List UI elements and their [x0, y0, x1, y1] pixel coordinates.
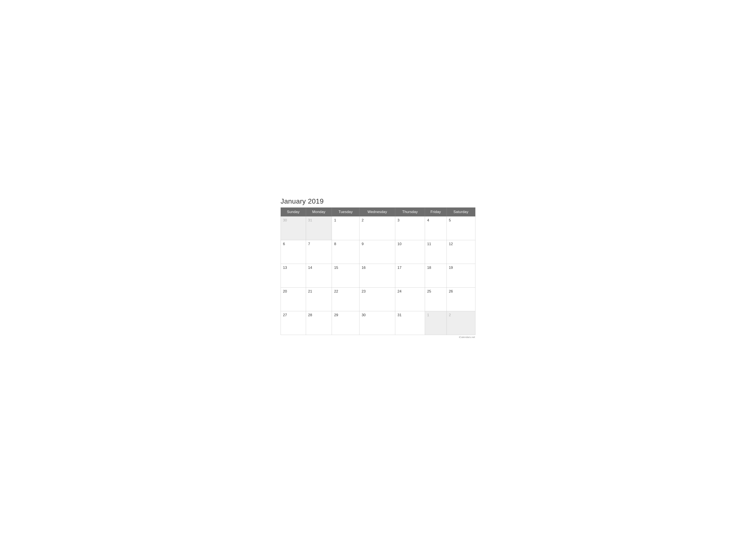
calendar-day[interactable]: 22: [332, 288, 360, 311]
calendar-day[interactable]: 20: [281, 288, 306, 311]
calendar-day[interactable]: 14: [306, 264, 332, 288]
day-number: 28: [308, 313, 330, 317]
day-number: 1: [427, 313, 445, 317]
calendar-day[interactable]: 17: [395, 264, 425, 288]
day-number: 14: [308, 266, 330, 270]
day-number: 30: [362, 313, 393, 317]
day-number: 3: [397, 218, 422, 222]
week-row-4: 20212223242526: [281, 288, 475, 311]
calendar-day[interactable]: 8: [332, 240, 360, 264]
column-header-saturday: Saturday: [446, 208, 475, 216]
calendar-day[interactable]: 28: [306, 311, 332, 335]
calendar-day[interactable]: 23: [360, 288, 395, 311]
day-number: 7: [308, 242, 330, 246]
calendar-day[interactable]: 31: [395, 311, 425, 335]
day-number: 1: [334, 218, 357, 222]
day-number: 26: [449, 289, 473, 293]
calendar-day[interactable]: 31: [306, 216, 332, 240]
calendar-body: 3031123456789101112131415161718192021222…: [281, 216, 475, 335]
column-header-sunday: Sunday: [281, 208, 306, 216]
calendar-day[interactable]: 30: [360, 311, 395, 335]
calendar-footer: iCalendars.net: [281, 336, 475, 339]
calendar-day[interactable]: 18: [425, 264, 446, 288]
day-number: 22: [334, 289, 357, 293]
day-number: 25: [427, 289, 445, 293]
calendar-day[interactable]: 1: [425, 311, 446, 335]
calendar-day[interactable]: 3: [395, 216, 425, 240]
calendar-day[interactable]: 30: [281, 216, 306, 240]
week-row-1: 303112345: [281, 216, 475, 240]
calendar-day[interactable]: 12: [446, 240, 475, 264]
week-row-3: 13141516171819: [281, 264, 475, 288]
column-header-tuesday: Tuesday: [332, 208, 360, 216]
calendar-day[interactable]: 24: [395, 288, 425, 311]
calendar-title: January 2019: [281, 197, 475, 205]
calendar-day[interactable]: 6: [281, 240, 306, 264]
calendar-day[interactable]: 15: [332, 264, 360, 288]
day-number: 12: [449, 242, 473, 246]
week-row-2: 6789101112: [281, 240, 475, 264]
calendar-day[interactable]: 1: [332, 216, 360, 240]
column-header-thursday: Thursday: [395, 208, 425, 216]
calendar-day[interactable]: 27: [281, 311, 306, 335]
calendar-day[interactable]: 2: [446, 311, 475, 335]
day-number: 8: [334, 242, 357, 246]
day-number: 24: [397, 289, 422, 293]
page-wrapper: January 2019 SundayMondayTuesdayWednesda…: [275, 192, 481, 342]
day-number: 19: [449, 266, 473, 270]
day-number: 13: [283, 266, 304, 270]
calendar-day[interactable]: 9: [360, 240, 395, 264]
calendar-day[interactable]: 5: [446, 216, 475, 240]
day-number: 31: [397, 313, 422, 317]
day-number: 2: [449, 313, 473, 317]
column-header-wednesday: Wednesday: [360, 208, 395, 216]
calendar-day[interactable]: 2: [360, 216, 395, 240]
day-number: 20: [283, 289, 304, 293]
column-header-monday: Monday: [306, 208, 332, 216]
day-number: 9: [362, 242, 393, 246]
day-number: 2: [362, 218, 393, 222]
day-number: 30: [283, 218, 304, 222]
calendar-day[interactable]: 10: [395, 240, 425, 264]
day-number: 17: [397, 266, 422, 270]
day-number: 29: [334, 313, 357, 317]
day-number: 15: [334, 266, 357, 270]
calendar-day[interactable]: 16: [360, 264, 395, 288]
calendar-day[interactable]: 26: [446, 288, 475, 311]
calendar-day[interactable]: 4: [425, 216, 446, 240]
day-number: 27: [283, 313, 304, 317]
calendar-table: SundayMondayTuesdayWednesdayThursdayFrid…: [281, 207, 475, 335]
day-number: 11: [427, 242, 445, 246]
day-number: 16: [362, 266, 393, 270]
day-number: 5: [449, 218, 473, 222]
day-number: 18: [427, 266, 445, 270]
header-row: SundayMondayTuesdayWednesdayThursdayFrid…: [281, 208, 475, 216]
day-number: 6: [283, 242, 304, 246]
column-header-friday: Friday: [425, 208, 446, 216]
day-number: 23: [362, 289, 393, 293]
calendar-day[interactable]: 25: [425, 288, 446, 311]
calendar-day[interactable]: 7: [306, 240, 332, 264]
calendar-day[interactable]: 11: [425, 240, 446, 264]
calendar-day[interactable]: 21: [306, 288, 332, 311]
calendar-day[interactable]: 13: [281, 264, 306, 288]
day-number: 10: [397, 242, 422, 246]
week-row-5: 272829303112: [281, 311, 475, 335]
day-number: 31: [308, 218, 330, 222]
calendar-day[interactable]: 19: [446, 264, 475, 288]
day-number: 21: [308, 289, 330, 293]
calendar-day[interactable]: 29: [332, 311, 360, 335]
day-number: 4: [427, 218, 445, 222]
